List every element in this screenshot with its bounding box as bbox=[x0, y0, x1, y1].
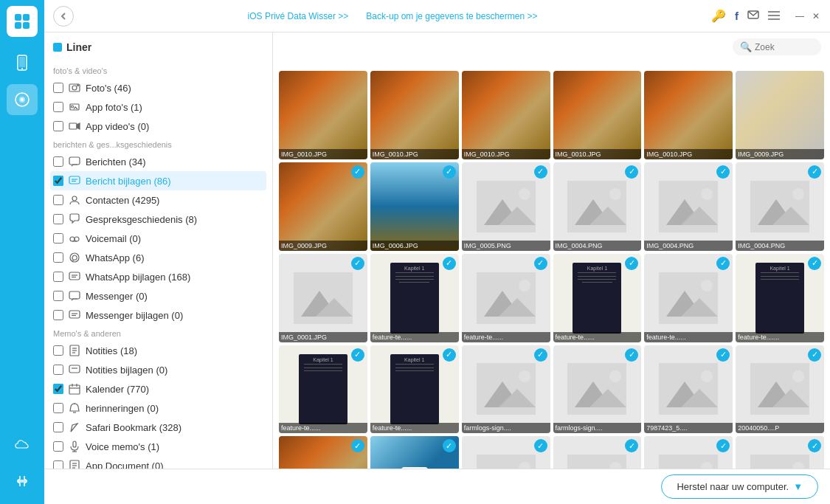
sidebar-phone-icon[interactable] bbox=[7, 47, 38, 78]
tree-item-voice-memos[interactable]: Voice memo's (1) bbox=[50, 437, 266, 456]
grid-item[interactable]: ✓ IMG_0009.JPG bbox=[279, 162, 367, 251]
checkbox-herinneringen[interactable] bbox=[53, 403, 63, 413]
grid-item[interactable]: ✓ 7987423_5.... bbox=[644, 345, 733, 434]
tree-item-bericht-bijlagen[interactable]: Bericht bijlagen (86) bbox=[50, 171, 266, 190]
tree-item-app-videos[interactable]: App video's (0) bbox=[50, 117, 266, 136]
facebook-icon[interactable]: f bbox=[735, 10, 739, 22]
back-button[interactable] bbox=[53, 6, 74, 27]
tree-item-berichten[interactable]: Berichten (34) bbox=[50, 152, 266, 171]
grid-item[interactable]: ✓ 20040050....P bbox=[736, 345, 824, 434]
grid-item-check[interactable]: ✓ bbox=[716, 348, 730, 362]
menu-icon[interactable] bbox=[768, 10, 780, 23]
search-input[interactable] bbox=[755, 42, 814, 52]
grid-item-check[interactable]: ✓ bbox=[534, 257, 547, 270]
grid-item-check[interactable]: ✓ bbox=[443, 165, 456, 179]
checkbox-bericht-bijlagen[interactable] bbox=[53, 176, 63, 186]
tree-item-messenger[interactable]: Messenger (0) bbox=[50, 286, 266, 305]
grid-item-check[interactable]: ✓ bbox=[443, 257, 456, 270]
checkbox-kalender[interactable] bbox=[53, 384, 63, 394]
grid-item-check[interactable]: ✓ bbox=[808, 257, 821, 270]
checkbox-safari[interactable] bbox=[53, 422, 63, 432]
tree-item-herinneringen[interactable]: herinneringen (0) bbox=[50, 398, 266, 418]
grid-item-check[interactable]: ✓ bbox=[351, 165, 364, 179]
grid-item[interactable]: IMG_0010.JPG bbox=[462, 71, 550, 159]
grid-item[interactable]: ✓ feature-te...... bbox=[644, 254, 733, 342]
tree-item-contacten[interactable]: Contacten (4295) bbox=[50, 190, 266, 210]
grid-item[interactable]: ✓ farmlogs-sign.... bbox=[462, 345, 550, 434]
grid-item[interactable]: Kapitel 1 ✓ feature-te...... bbox=[279, 345, 367, 434]
restore-button[interactable]: Herstel naar uw computer. ▼ bbox=[661, 474, 818, 499]
checkbox-fotos[interactable] bbox=[53, 83, 63, 93]
grid-item[interactable]: ✓ IMG_0005.PNG bbox=[462, 162, 550, 251]
tree-item-app-document[interactable]: App Document (0) bbox=[50, 456, 266, 469]
tree-item-messenger-bijlagen[interactable]: Messenger bijlagen (0) bbox=[50, 305, 266, 325]
tree-item-voicemail[interactable]: Voicemail (0) bbox=[50, 229, 266, 248]
grid-item[interactable]: Kapitel 1 ✓ feature-te....... bbox=[736, 254, 824, 342]
grid-item-check[interactable]: ✓ bbox=[443, 439, 456, 452]
grid-item[interactable]: Kapitel 1 ✓ feature-te...... bbox=[553, 254, 642, 342]
grid-item[interactable]: ✓ farmlogs-sign.... bbox=[553, 345, 642, 434]
checkbox-gespreks[interactable] bbox=[53, 214, 63, 224]
checkbox-app-fotos[interactable] bbox=[53, 102, 63, 112]
checkbox-app-document[interactable] bbox=[53, 460, 63, 469]
ios-private-data-link[interactable]: iOS Privé Data Wisser >> bbox=[248, 11, 349, 21]
sidebar-music-icon[interactable] bbox=[7, 84, 38, 115]
grid-item-check[interactable]: ✓ bbox=[808, 165, 821, 179]
grid-item[interactable]: IMG_0010.JPG bbox=[370, 71, 459, 159]
checkbox-messenger-bijlagen[interactable] bbox=[53, 310, 63, 320]
message-icon[interactable] bbox=[747, 9, 759, 24]
grid-item-check[interactable]: ✓ bbox=[534, 439, 547, 452]
grid-item[interactable]: ✓ bbox=[553, 436, 642, 469]
grid-item-check[interactable]: ✓ bbox=[534, 165, 547, 179]
grid-item[interactable]: IMG_0010.JPG bbox=[644, 71, 733, 159]
checkbox-app-videos[interactable] bbox=[53, 121, 63, 131]
close-button[interactable]: ✕ bbox=[811, 11, 821, 21]
grid-item-check[interactable]: ✓ bbox=[534, 348, 547, 362]
checkbox-messenger[interactable] bbox=[53, 291, 63, 301]
grid-item[interactable]: IMG_0009.JPG bbox=[736, 71, 824, 159]
sidebar-cloud-icon[interactable] bbox=[7, 429, 38, 460]
grid-item[interactable]: Kapitel 1 ✓ feature-te...... bbox=[370, 254, 459, 342]
grid-item[interactable]: ✓ IMG_0004.PNG bbox=[736, 162, 824, 251]
grid-item[interactable]: ✓ bbox=[644, 436, 733, 469]
grid-item[interactable]: ✓ IMG_0004.PNG bbox=[644, 162, 733, 251]
tree-item-notities[interactable]: Notities (18) bbox=[50, 341, 266, 360]
grid-item-check[interactable]: ✓ bbox=[351, 348, 364, 362]
grid-item-check[interactable]: ✓ bbox=[716, 165, 730, 179]
grid-item[interactable]: Kapitel 1 ✓ feature-te...... bbox=[370, 345, 459, 434]
grid-item[interactable]: ✓ IMG_0004.PNG bbox=[553, 162, 642, 251]
grid-item[interactable]: IMG_0010.JPG bbox=[279, 71, 367, 159]
sidebar-tools-icon[interactable] bbox=[7, 466, 38, 497]
backup-link[interactable]: Back-up om je gegevens te beschermen >> bbox=[366, 11, 537, 21]
checkbox-notities-bijlagen[interactable] bbox=[53, 365, 63, 375]
tree-item-whatsapp[interactable]: WhatsApp (6) bbox=[50, 248, 266, 267]
grid-item[interactable]: ✓ feature-te...... bbox=[462, 254, 550, 342]
grid-item[interactable]: ✓ IMG_0001.JPG bbox=[279, 254, 367, 342]
grid-item-check[interactable]: ✓ bbox=[443, 348, 456, 362]
checkbox-whatsapp[interactable] bbox=[53, 252, 63, 263]
tree-item-kalender[interactable]: Kalender (770) bbox=[50, 379, 266, 398]
grid-item-check[interactable]: ✓ bbox=[625, 348, 638, 362]
minimize-button[interactable]: — bbox=[795, 11, 805, 21]
tree-item-fotos[interactable]: Foto's (46) bbox=[50, 78, 266, 97]
checkbox-berichten[interactable] bbox=[53, 156, 63, 167]
grid-item-check[interactable]: ✓ bbox=[808, 348, 821, 362]
checkbox-notities[interactable] bbox=[53, 345, 63, 356]
checkbox-voice-memos[interactable] bbox=[53, 441, 63, 452]
grid-item[interactable]: ✓ bbox=[736, 436, 824, 469]
checkbox-voicemail[interactable] bbox=[53, 233, 63, 244]
checkbox-contacten[interactable] bbox=[53, 195, 63, 205]
tree-item-safari[interactable]: Safari Bookmark (328) bbox=[50, 418, 266, 437]
tree-item-notities-bijlagen[interactable]: Notities bijlagen (0) bbox=[50, 360, 266, 379]
grid-item[interactable]: ✓ bbox=[462, 436, 550, 469]
grid-item-check[interactable]: ✓ bbox=[716, 257, 730, 270]
grid-item[interactable]: ✓ IMG_0006.JPG bbox=[370, 162, 459, 251]
tree-item-gespreks[interactable]: Gespreksgeschiedenis (8) bbox=[50, 210, 266, 229]
checkbox-whatsapp-bijlagen[interactable] bbox=[53, 272, 63, 282]
tree-item-app-fotos[interactable]: App foto's (1) bbox=[50, 97, 266, 117]
tree-item-whatsapp-bijlagen[interactable]: WhatsApp bijlagen (168) bbox=[50, 267, 266, 286]
grid-item[interactable]: ✓ bbox=[370, 436, 459, 469]
grid-item-check[interactable]: ✓ bbox=[351, 257, 364, 270]
grid-item-check[interactable]: ✓ bbox=[625, 257, 638, 270]
grid-item[interactable]: IMG_0010.JPG bbox=[553, 71, 642, 159]
